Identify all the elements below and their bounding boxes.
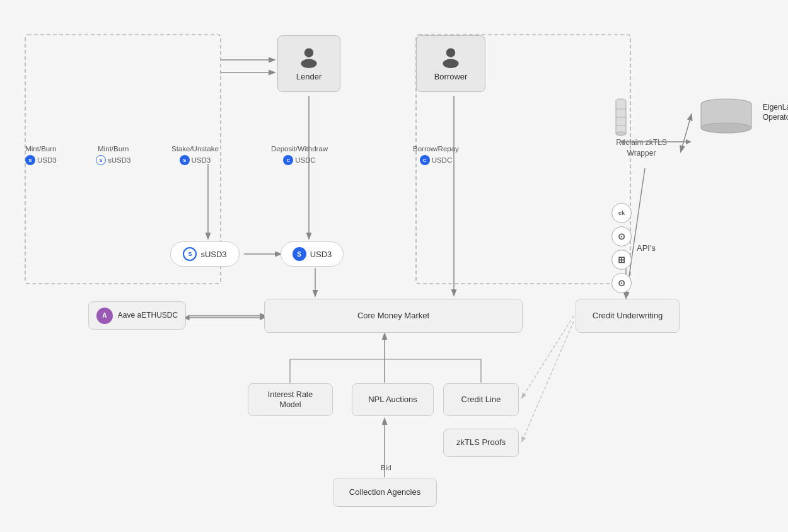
bid-label: Bid <box>381 464 391 471</box>
annotation-borrow-repay: Borrow/Repay C USDC <box>413 144 459 165</box>
api-icon-grid: ⊞ <box>611 250 632 270</box>
borrower-icon <box>439 45 462 68</box>
aave-icon: A <box>96 308 113 324</box>
core-money-market-node: Core Money Market <box>264 299 523 333</box>
usd3-label: USD3 <box>310 250 332 259</box>
usd3-node: S USD3 <box>281 241 344 267</box>
eigenlayer-label: EigenLayerOperators <box>763 103 788 122</box>
zktls-proofs-label: zkTLS Proofs <box>456 437 506 448</box>
zktls-proofs-node: zkTLS Proofs <box>443 429 519 457</box>
susd3-icon: S <box>183 247 197 261</box>
annotation-mint-burn-susd3: Mint/Burn S sUSD3 <box>96 144 130 165</box>
bid-annotation: Bid <box>381 463 391 473</box>
svg-point-24 <box>443 59 458 67</box>
interest-rate-model-node: Interest RateModel <box>248 383 333 416</box>
api-icon-ring: ⊙ <box>611 273 632 293</box>
credit-underwriting-label: Credit Underwriting <box>593 311 663 321</box>
aave-cmm-arrow <box>185 311 267 324</box>
npl-auctions-node: NPL Auctions <box>352 383 434 416</box>
lender-label: Lender <box>296 72 322 83</box>
reclaim-pipe-icon <box>615 98 627 139</box>
svg-point-22 <box>301 59 316 67</box>
eigenlayer-node: EigenLayerOperators <box>690 98 763 136</box>
usd3-icon: S <box>293 247 306 261</box>
apis-cluster: ck ⊙ ⊞ ⊙ API's <box>611 203 656 293</box>
collection-agencies-label: Collection Agencies <box>349 487 420 498</box>
borrower-node: Borrower <box>416 35 485 92</box>
lender-node: Lender <box>277 35 340 92</box>
eigenlayer-cylinder-icon <box>690 98 763 136</box>
aave-label: Aave aETHUSDC <box>118 311 178 321</box>
credit-line-label: Credit Line <box>461 395 501 405</box>
credit-underwriting-node: Credit Underwriting <box>576 299 680 333</box>
annotation-stake-unstake: Stake/Unstake S USD3 <box>171 144 219 165</box>
arrows-layer <box>0 0 788 532</box>
svg-point-23 <box>446 48 455 57</box>
annotation-deposit-withdraw: Deposit/Withdraw C USDC <box>271 144 328 165</box>
susd3-label: sUSD3 <box>200 250 226 259</box>
lender-icon <box>298 45 320 68</box>
susd3-node: S sUSD3 <box>170 241 240 267</box>
borrower-label: Borrower <box>434 72 468 83</box>
collection-agencies-node: Collection Agencies <box>333 478 437 507</box>
annotation-mint-burn-usd3: Mint/Burn S USD3 <box>25 144 57 165</box>
npl-auctions-label: NPL Auctions <box>368 395 417 405</box>
svg-line-16 <box>522 316 574 398</box>
svg-point-21 <box>304 48 313 57</box>
aave-node: A Aave aETHUSDC <box>88 301 186 330</box>
credit-line-node: Credit Line <box>443 383 519 416</box>
diagram: Lender Borrower Mint/Burn S USD3 Mint/Bu… <box>0 0 788 532</box>
interest-rate-model-label: Interest RateModel <box>268 390 313 410</box>
svg-point-29 <box>701 123 751 133</box>
api-icon-ck: ck <box>611 203 632 223</box>
api-icon-circle: ⊙ <box>611 226 632 246</box>
svg-line-17 <box>522 321 574 441</box>
eigenlayer-reclaim-arrow <box>621 136 693 148</box>
apis-label: API's <box>637 243 656 253</box>
core-money-market-label: Core Money Market <box>357 311 429 321</box>
